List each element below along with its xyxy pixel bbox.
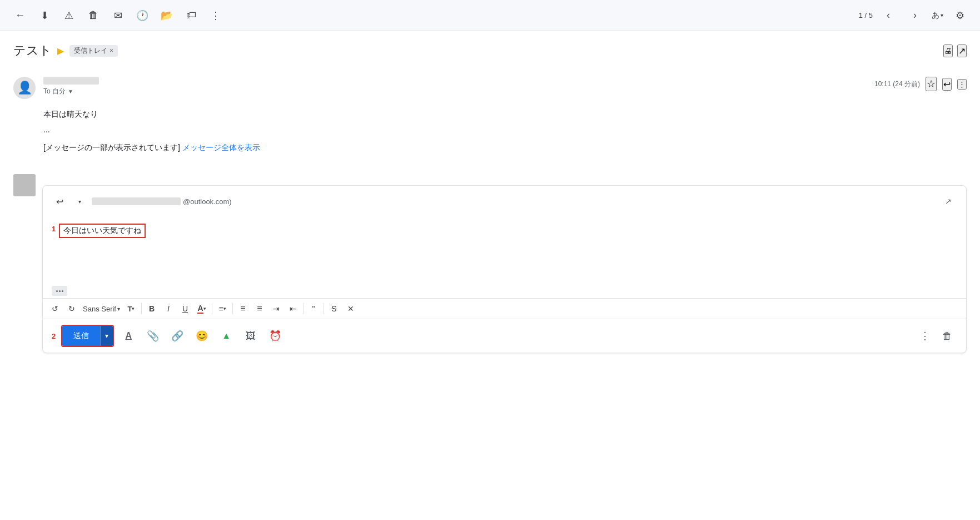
move-button[interactable]: 📂 (156, 4, 178, 27)
language-button[interactable]: あ ▾ (928, 8, 947, 23)
bold-button[interactable]: B (144, 301, 160, 316)
underline-button[interactable]: U (177, 301, 193, 316)
indent-less-button[interactable]: ⇤ (285, 301, 301, 316)
reply-compose-area: ↩ ▾ @outlook.com) ↗ 1 今日はいい天気ですね (42, 185, 967, 353)
report-button[interactable]: ⚠ (58, 4, 80, 27)
compose-schedule-button[interactable]: ⏰ (265, 326, 285, 346)
reply-dropdown-btn[interactable]: ▾ (72, 194, 87, 209)
compose-format-text-button[interactable]: A (118, 326, 138, 346)
indent-more-button[interactable]: ⇥ (268, 301, 284, 316)
label-number-2: 2 (52, 332, 56, 340)
more-options-row (43, 284, 966, 298)
italic-button[interactable]: I (161, 301, 176, 316)
align-button[interactable]: ≡ ▾ (215, 301, 230, 316)
delete-icon: 🗑 (88, 9, 98, 21)
report-icon: ⚠ (64, 9, 73, 22)
email-actions-row: 🖨 ↗ (943, 44, 967, 57)
email-meta: To 自分 ▼ (43, 77, 867, 96)
send-main-button[interactable]: 送信 (62, 326, 100, 346)
indent-less-icon: ⇤ (290, 304, 296, 313)
underline-icon: U (182, 304, 188, 313)
reply-btn-in-compose[interactable]: ↩ (52, 194, 67, 209)
recipient-name-placeholder (92, 197, 181, 205)
text-color-button[interactable]: A ▾ (194, 301, 210, 316)
compose-more-options-button[interactable]: ⋮ (915, 326, 935, 346)
mark-unread-button[interactable]: ✉ (107, 4, 129, 27)
prev-email-button[interactable]: ‹ (877, 4, 899, 27)
compose-photo-button[interactable]: 🖼 (241, 326, 261, 346)
reply-button[interactable]: ↩ (942, 78, 952, 91)
label-button[interactable]: 🏷 (180, 4, 202, 27)
print-icon: 🖨 (944, 47, 952, 55)
clear-format-button[interactable]: ✕ (343, 301, 359, 316)
formatting-toolbar: ↺ ↻ Sans Serif ▾ T ▾ B I (43, 298, 966, 319)
inbox-tag-close[interactable]: × (110, 47, 113, 55)
compose-drive-button[interactable]: ▲ (216, 326, 236, 346)
send-dropdown-button[interactable]: ▾ (100, 326, 113, 346)
reply-sender-avatar (13, 174, 36, 196)
compose-highlighted-text[interactable]: 今日はいい天気ですね (59, 224, 146, 238)
email-subject: テスト (13, 42, 52, 59)
lang-label: あ (932, 11, 939, 21)
unordered-list-button[interactable]: ≡ (252, 301, 267, 316)
quote-button[interactable]: " (306, 301, 321, 316)
delete-button[interactable]: 🗑 (82, 4, 105, 27)
label-icon: 🏷 (186, 9, 196, 21)
undo-button[interactable]: ↺ (47, 301, 63, 316)
strikethrough-icon: S (331, 304, 336, 313)
to-info[interactable]: To 自分 ▼ (43, 87, 867, 96)
compose-attach-button[interactable]: 📎 (143, 326, 163, 346)
email-body: 本日は晴天なり ... [メッセージの一部が表示されています] メッセージ全体を… (13, 103, 967, 159)
send-dropdown-icon: ▾ (105, 332, 108, 340)
font-size-icon: T (128, 305, 132, 313)
separator-5 (324, 303, 324, 314)
compose-expand-button[interactable]: ↗ (939, 192, 957, 210)
label-number-1: 1 (52, 225, 56, 233)
drive-icon: ▲ (222, 331, 231, 341)
more-email-options-button[interactable]: ⋮ (957, 79, 967, 90)
undo-icon: ↺ (52, 304, 58, 313)
compose-link-button[interactable]: 🔗 (167, 326, 187, 346)
ordered-list-button[interactable]: ≡ (235, 301, 251, 316)
reply-header: ↩ ▾ @outlook.com) ↗ (43, 186, 966, 217)
font-family-select[interactable]: Sans Serif ▾ (81, 304, 122, 314)
clear-format-icon: ✕ (347, 304, 354, 313)
compose-delete-button[interactable]: 🗑 (937, 326, 957, 346)
more-options-dots-button[interactable] (52, 286, 67, 296)
emoji-icon: 😊 (196, 330, 208, 342)
redo-icon: ↻ (68, 304, 75, 313)
print-button[interactable]: 🖨 (943, 44, 953, 57)
next-email-button[interactable]: › (904, 4, 926, 27)
snooze-icon: 🕐 (136, 9, 148, 22)
recipient-email-suffix: @outlook.com) (183, 197, 232, 206)
avatar-icon: 👤 (17, 81, 32, 95)
attach-icon: 📎 (147, 330, 159, 342)
email-header: 👤 To 自分 ▼ 10:11 (24 分前) ☆ ↩ ⋮ (13, 72, 967, 103)
settings-button[interactable]: ⚙ (949, 4, 971, 27)
snooze-button[interactable]: 🕐 (131, 4, 153, 27)
send-button-group: 送信 ▾ (61, 325, 114, 347)
star-button[interactable]: ☆ (926, 77, 937, 91)
redo-button[interactable]: ↻ (64, 301, 79, 316)
ordered-list-icon: ≡ (240, 304, 245, 314)
sender-name-placeholder (43, 77, 99, 85)
compose-emoji-button[interactable]: 😊 (192, 326, 212, 346)
lang-dropdown-icon: ▾ (941, 12, 943, 18)
back-button[interactable]: ← (9, 4, 31, 27)
archive-icon: ⬇ (41, 9, 49, 22)
archive-button[interactable]: ⬇ (33, 4, 56, 27)
next-icon: › (913, 9, 917, 21)
mark-unread-icon: ✉ (114, 9, 122, 22)
font-size-dropdown-icon: ▾ (132, 306, 135, 311)
strikethrough-button[interactable]: S (326, 301, 342, 316)
star-icon: ☆ (927, 78, 936, 90)
separator-1 (141, 303, 142, 314)
main-content: テスト ▶ 受信トレイ × 🖨 ↗ 👤 To 自分 ▼ (0, 31, 980, 520)
text-color-dropdown-icon: ▾ (203, 306, 206, 311)
compose-more-options-icon: ⋮ (920, 330, 930, 342)
external-link-button[interactable]: ↗ (957, 44, 967, 57)
more-actions-button[interactable]: ⋮ (205, 4, 227, 27)
show-full-message-link[interactable]: メッセージ全体を表示 (182, 143, 260, 152)
pagination-info: 1 / 5 ‹ › (859, 4, 926, 27)
font-size-button[interactable]: T ▾ (123, 301, 139, 316)
